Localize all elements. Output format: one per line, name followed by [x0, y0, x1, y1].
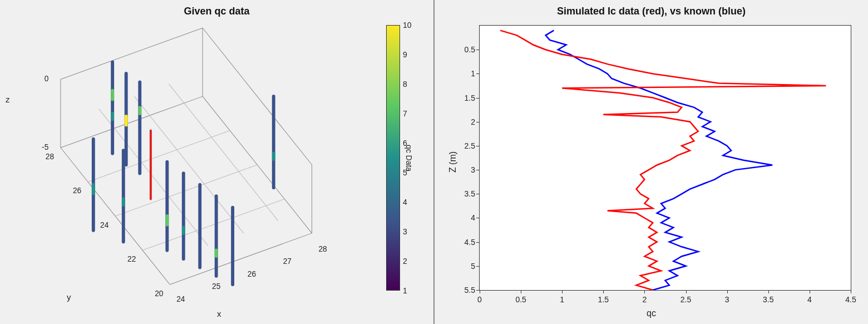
svg-text:24: 24 [100, 220, 108, 229]
right-title: Simulated Ic data (red), vs known (blue) [435, 6, 868, 17]
y-axis-label: y [67, 292, 71, 302]
ytick: 0.5 [455, 46, 475, 53]
colorbar-label: qc Data [405, 144, 413, 171]
colorbar-tick: 5 [403, 168, 407, 177]
xtick: 3 [725, 296, 729, 303]
left-3d-axes[interactable]: 0 -5 28 26 24 22 20 24 25 26 27 28 [28, 22, 356, 307]
colorbar-tick: 9 [403, 50, 407, 59]
svg-text:27: 27 [283, 257, 292, 266]
colorbar-tick: 7 [403, 109, 407, 118]
colorbar-tick: 10 [403, 21, 412, 30]
colorbar-tick: 2 [403, 257, 407, 266]
colorbar-tick: 8 [403, 80, 407, 89]
left-panel: Given qc data [0, 0, 433, 324]
series-known [546, 31, 773, 290]
right-svg [480, 26, 851, 290]
xtick: 3.5 [763, 296, 773, 303]
ytick: 3 [455, 166, 475, 174]
xtick: 1.5 [598, 296, 609, 303]
left-title: Given qc data [0, 6, 433, 17]
ytick: 1.5 [455, 94, 475, 102]
xtick: 2 [643, 296, 647, 303]
colorbar-gradient [386, 25, 400, 291]
svg-text:25: 25 [212, 282, 220, 291]
colorbar[interactable]: qc Data 12345678910 [386, 25, 400, 291]
colorbar-tick: 6 [403, 139, 407, 148]
figure-container: Given qc data [0, 0, 868, 324]
svg-text:20: 20 [155, 288, 163, 297]
colorbar-tick: 1 [403, 286, 407, 295]
left-svg: 0 -5 28 26 24 22 20 24 25 26 27 28 [28, 22, 356, 307]
svg-text:-5: -5 [42, 143, 48, 151]
ytick: 5.5 [455, 286, 475, 294]
colorbar-tick: 3 [403, 227, 407, 236]
xtick: 0.5 [515, 296, 526, 303]
right-axes[interactable]: 00.511.522.533.544.50.511.522.533.544.55… [479, 25, 851, 291]
xtick: 4 [807, 296, 812, 303]
svg-text:26: 26 [73, 186, 81, 195]
colorbar-tick: 4 [403, 198, 407, 207]
svg-text:28: 28 [46, 151, 54, 160]
x-axis-label-right: qc [647, 308, 656, 318]
svg-text:24: 24 [176, 294, 185, 303]
z-axis-label: z [6, 95, 10, 104]
y-axis-label-right: Z (m) [448, 151, 458, 173]
xtick: 0 [477, 296, 482, 303]
right-panel: Simulated Ic data (red), vs known (blue)… [433, 0, 868, 324]
series-simulated [500, 31, 826, 290]
ytick: 3.5 [455, 190, 475, 198]
svg-text:28: 28 [318, 244, 327, 253]
svg-text:22: 22 [127, 254, 136, 263]
x-axis-label: x [217, 309, 221, 318]
ytick: 5 [455, 262, 475, 270]
xtick: 2.5 [680, 296, 691, 303]
svg-text:0: 0 [45, 74, 49, 83]
ytick: 1 [455, 70, 475, 77]
ytick: 4.5 [455, 238, 475, 246]
ytick: 2.5 [455, 142, 475, 150]
xtick: 1 [560, 296, 564, 303]
ytick: 4 [455, 214, 475, 222]
xtick: 4.5 [845, 296, 856, 303]
ytick: 2 [455, 118, 475, 126]
svg-text:26: 26 [248, 269, 256, 278]
